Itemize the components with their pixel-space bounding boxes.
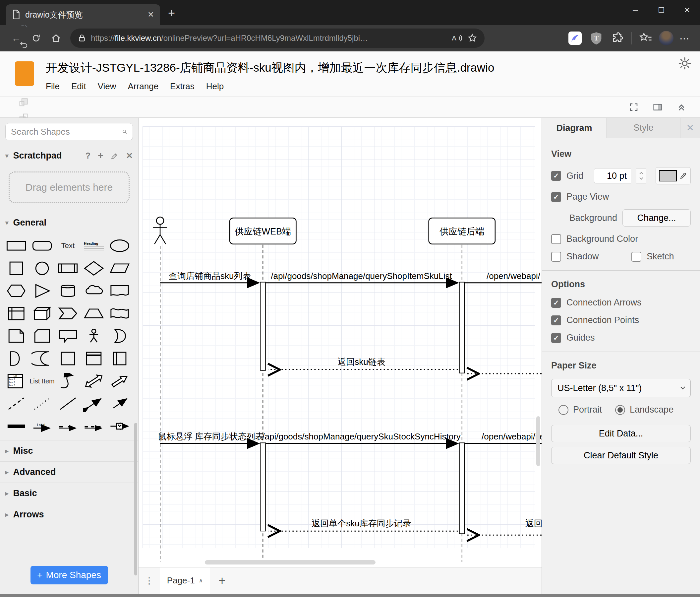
shape-list-item[interactable]: List Item [29, 370, 55, 392]
browser-tab[interactable]: drawio文件预览 ✕ [6, 4, 160, 25]
shape-or[interactable] [107, 325, 132, 347]
connection-points-checkbox[interactable]: ✓ [551, 315, 561, 325]
shape-callout[interactable] [55, 325, 81, 347]
clear-default-style-button[interactable]: Clear Default Style [551, 447, 691, 464]
lifeline-dashes[interactable] [160, 245, 462, 562]
menu-view[interactable]: View [98, 81, 116, 92]
scratchpad-header[interactable]: ▾ Scratchpad ? + ✕ [0, 145, 138, 166]
shape-note[interactable] [3, 325, 29, 347]
scratchpad-edit-icon[interactable] [111, 152, 119, 160]
scratchpad-add-icon[interactable]: + [98, 150, 103, 161]
search-input[interactable] [11, 127, 122, 137]
page-tab[interactable]: Page-1 ∧ [160, 568, 210, 594]
shape-link[interactable] [3, 415, 29, 437]
connection-arrows-checkbox[interactable]: ✓ [551, 298, 561, 308]
lifeline-web[interactable]: 供应链WEB端 [230, 218, 296, 244]
tab-style[interactable]: Style [607, 118, 680, 138]
drawing-canvas[interactable]: 供应链WEB端 供应链后端 [139, 118, 542, 567]
shape-trapezoid[interactable] [81, 302, 107, 325]
scratchpad-close-icon[interactable]: ✕ [126, 151, 133, 161]
shape-tape[interactable] [107, 302, 132, 325]
shape-line[interactable] [55, 392, 81, 415]
section-general[interactable]: ▾ General [0, 212, 138, 233]
paper-size-select[interactable]: US-Letter (8,5" x 11") [551, 379, 691, 397]
change-background-button[interactable]: Change... [622, 209, 691, 226]
shape-curve[interactable] [55, 370, 81, 392]
return-arrows[interactable] [268, 370, 542, 535]
menu-help[interactable]: Help [206, 81, 224, 92]
shape-list[interactable]: ListItem 1Item 2Item 3 [3, 370, 29, 392]
collections-icon[interactable] [638, 30, 653, 46]
shape-card[interactable] [29, 325, 55, 347]
menu-extras[interactable]: Extras [170, 81, 195, 92]
menu-edit[interactable]: Edit [71, 81, 86, 92]
background-color-checkbox[interactable] [551, 234, 561, 244]
window-close-button[interactable]: ✕ [674, 0, 700, 21]
shape-and[interactable] [3, 347, 29, 370]
sidebar-scrollbar[interactable] [134, 423, 137, 575]
shape-cylinder[interactable] [55, 280, 81, 302]
portrait-radio[interactable] [558, 405, 569, 415]
maximize-button[interactable]: ☐ [648, 0, 674, 21]
shape-bidirectional-connector[interactable] [81, 392, 107, 415]
shape-data-storage[interactable] [29, 347, 55, 370]
scratchpad-help-icon[interactable]: ? [85, 151, 91, 161]
landscape-radio[interactable] [615, 405, 625, 415]
scratchpad-drop-zone[interactable]: Drag elements here [9, 171, 130, 203]
shape-square[interactable] [3, 257, 29, 280]
section-arrows[interactable]: ▸Arrows [0, 504, 138, 525]
guides-checkbox[interactable]: ✓ [551, 333, 561, 343]
tab-diagram[interactable]: Diagram [542, 118, 607, 138]
shape-cloud[interactable] [81, 280, 107, 302]
canvas-hscrollbar-thumb[interactable] [205, 560, 376, 565]
menu-file[interactable]: File [46, 81, 60, 92]
shape-bidirectional-arrow[interactable] [81, 370, 107, 392]
page-view-checkbox[interactable]: ✓ [551, 192, 561, 202]
shape-rounded-rectangle[interactable] [29, 235, 55, 257]
shape-directional-connector[interactable] [107, 392, 132, 415]
section-basic[interactable]: ▸Basic [0, 483, 138, 504]
grid-checkbox[interactable]: ✓ [551, 171, 561, 181]
canvas-vscrollbar-thumb[interactable] [536, 416, 540, 466]
shape-container[interactable] [55, 347, 81, 370]
browser-menu-icon[interactable]: ⋯ [679, 32, 690, 44]
read-aloud-icon[interactable]: A [451, 33, 463, 43]
theme-sun-icon[interactable] [678, 57, 691, 71]
shape-directional-arrow[interactable] [107, 370, 132, 392]
shape-dotted-line[interactable] [29, 392, 55, 415]
shape-triangle[interactable] [29, 280, 55, 302]
shape-hexagon[interactable] [3, 280, 29, 302]
actor-user[interactable] [153, 217, 167, 244]
collapse-toolbar-button[interactable] [674, 99, 689, 115]
format-panel-toggle-button[interactable] [650, 99, 665, 115]
shape-arrow-symbol[interactable] [107, 415, 132, 437]
shape-circle[interactable] [29, 257, 55, 280]
bird-extension-icon[interactable] [568, 30, 583, 46]
to-front-button[interactable] [8, 95, 39, 110]
profile-avatar[interactable] [659, 31, 674, 45]
tab-close-icon[interactable]: ✕ [148, 10, 154, 19]
shape-actor[interactable] [81, 325, 107, 347]
panel-close-icon[interactable]: ✕ [680, 118, 700, 138]
shape-dashed-line[interactable] [3, 392, 29, 415]
minimize-button[interactable]: ─ [622, 0, 648, 21]
lifeline-backend[interactable]: 供应链后端 [429, 218, 495, 244]
favorite-star-icon[interactable] [467, 33, 477, 43]
shape-parallelogram[interactable] [107, 257, 132, 280]
search-icon[interactable] [122, 127, 127, 136]
shape-internal-storage[interactable] [3, 302, 29, 325]
landscape-option[interactable]: Landscape [615, 405, 674, 415]
pages-menu-icon[interactable]: ⋮ [139, 568, 160, 594]
shadow-checkbox[interactable] [551, 252, 561, 262]
section-misc[interactable]: ▸Misc [0, 440, 138, 461]
menu-arrange[interactable]: Arrange [128, 81, 159, 92]
add-page-button[interactable]: + [210, 568, 234, 594]
shape-arrow-2[interactable] [55, 415, 81, 437]
shape-document[interactable] [107, 280, 132, 302]
grid-size-stepper[interactable] [636, 168, 646, 184]
shape-diamond[interactable] [81, 257, 107, 280]
shape-arrow-label[interactable]: Label [29, 415, 55, 437]
shield-t-extension-icon[interactable]: T [589, 30, 604, 46]
new-tab-button[interactable]: + [168, 6, 175, 20]
shape-heading[interactable]: Heading [81, 235, 107, 257]
